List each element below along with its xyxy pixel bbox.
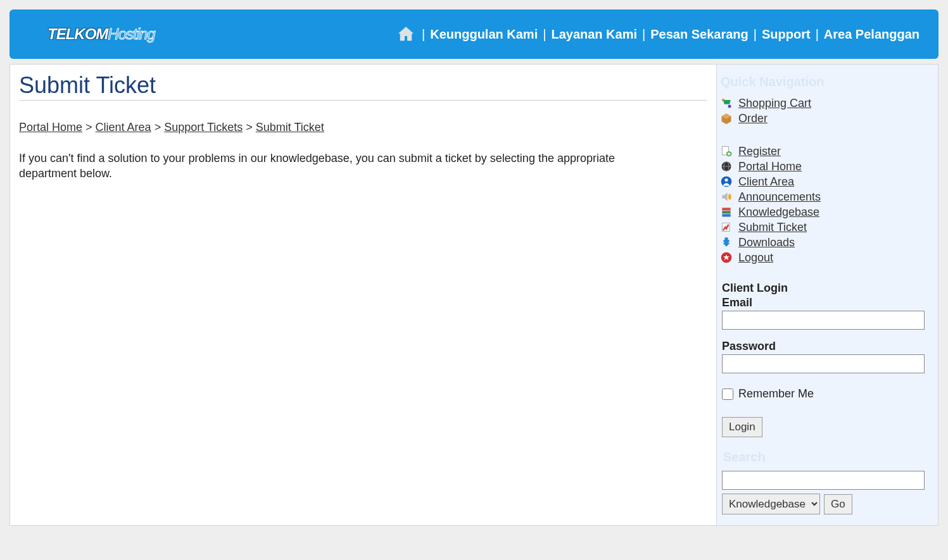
user-icon <box>719 175 733 189</box>
nav-item-order[interactable]: Order <box>719 111 930 126</box>
main-content: Submit Ticket Portal Home > Client Area … <box>10 65 716 525</box>
speaker-icon <box>719 190 733 204</box>
svg-rect-9 <box>722 211 730 213</box>
breadcrumb: Portal Home > Client Area > Support Tick… <box>19 121 707 134</box>
password-label: Password <box>722 340 928 353</box>
logo-text-a: TELKOM <box>47 25 108 42</box>
nav-link-client[interactable]: Client Area <box>738 175 794 189</box>
breadcrumb-sep: > <box>155 121 165 134</box>
nav-item-register[interactable]: Register <box>719 144 930 159</box>
login-button[interactable]: Login <box>722 417 762 437</box>
remember-checkbox[interactable] <box>722 389 733 400</box>
top-nav: | Keunggulan Kami | Layanan Kami | Pesan… <box>395 25 920 44</box>
sidebar: Quick Navigation Shopping Cart Order Reg… <box>716 65 938 525</box>
nav-item-client[interactable]: Client Area <box>719 174 930 189</box>
logout-icon <box>719 251 733 264</box>
breadcrumb-tickets[interactable]: Support Tickets <box>164 121 243 134</box>
password-input[interactable] <box>722 354 925 373</box>
page-wrapper: Submit Ticket Portal Home > Client Area … <box>9 64 939 526</box>
ticket-icon <box>719 220 733 234</box>
svg-point-7 <box>725 178 728 182</box>
cart-icon <box>719 96 733 110</box>
nav-pesan[interactable]: Pesan Sekarang <box>650 27 749 42</box>
quicknav-list: Shopping Cart Order Register Portal Home… <box>719 96 930 265</box>
breadcrumb-sep: > <box>246 121 256 134</box>
register-icon <box>719 144 733 158</box>
remember-label: Remember Me <box>738 387 814 401</box>
search-section: Search Knowledgebase Go <box>719 450 930 514</box>
nav-item-portal[interactable]: Portal Home <box>719 159 930 174</box>
nav-link-downloads[interactable]: Downloads <box>738 236 795 249</box>
books-icon <box>719 205 733 219</box>
breadcrumb-current[interactable]: Submit Ticket <box>256 121 324 134</box>
nav-area-pelanggan[interactable]: Area Pelanggan <box>824 27 920 42</box>
svg-rect-8 <box>722 208 730 210</box>
logo-text-b: Hosting <box>108 25 155 42</box>
nav-separator: | <box>422 27 425 42</box>
email-input[interactable] <box>722 311 925 330</box>
nav-item-downloads[interactable]: Downloads <box>719 235 930 250</box>
intro-text: If you can't find a solution to your pro… <box>19 151 652 182</box>
home-icon[interactable] <box>395 25 417 44</box>
login-title: Client Login <box>722 282 928 295</box>
nav-separator: | <box>543 27 546 42</box>
search-heading: Search <box>723 450 925 464</box>
nav-link-announce[interactable]: Announcements <box>738 190 821 204</box>
svg-rect-10 <box>722 214 730 216</box>
nav-separator: | <box>816 27 819 42</box>
box-icon <box>719 111 733 125</box>
nav-keunggulan[interactable]: Keunggulan Kami <box>430 27 538 42</box>
nav-link-register[interactable]: Register <box>738 145 781 158</box>
nav-item-announce[interactable]: Announcements <box>719 189 930 204</box>
nav-item-ticket[interactable]: Submit Ticket <box>719 220 930 235</box>
nav-support[interactable]: Support <box>762 27 811 42</box>
breadcrumb-portal[interactable]: Portal Home <box>19 121 82 134</box>
search-select[interactable]: Knowledgebase <box>722 494 820 514</box>
nav-separator: | <box>642 27 645 42</box>
nav-spacer <box>719 126 930 144</box>
logo[interactable]: TELKOMHosting <box>47 25 155 43</box>
nav-link-kb[interactable]: Knowledgebase <box>738 206 819 219</box>
breadcrumb-sep: > <box>85 121 96 134</box>
nav-link-ticket[interactable]: Submit Ticket <box>738 221 807 234</box>
download-icon <box>719 235 733 249</box>
nav-item-logout[interactable]: Logout <box>719 250 930 265</box>
quicknav-heading: Quick Navigation <box>721 75 928 89</box>
search-input[interactable] <box>722 471 925 490</box>
svg-rect-0 <box>722 99 724 101</box>
page-title: Submit Ticket <box>19 72 707 101</box>
go-button[interactable]: Go <box>824 494 852 514</box>
nav-link-cart[interactable]: Shopping Cart <box>738 97 811 110</box>
header-bar: TELKOMHosting | Keunggulan Kami | Layana… <box>9 9 939 59</box>
svg-point-1 <box>728 105 731 108</box>
nav-separator: | <box>754 27 757 42</box>
remember-row[interactable]: Remember Me <box>722 387 928 401</box>
globe-icon <box>719 159 733 173</box>
nav-item-cart[interactable]: Shopping Cart <box>719 96 930 111</box>
nav-layanan[interactable]: Layanan Kami <box>551 27 637 42</box>
login-section: Client Login Email Password Remember Me … <box>719 282 930 437</box>
nav-item-kb[interactable]: Knowledgebase <box>719 204 930 220</box>
nav-link-order[interactable]: Order <box>738 112 768 125</box>
nav-link-logout[interactable]: Logout <box>738 251 773 264</box>
breadcrumb-client[interactable]: Client Area <box>96 121 151 134</box>
email-label: Email <box>722 296 928 309</box>
nav-link-portal[interactable]: Portal Home <box>738 160 802 173</box>
